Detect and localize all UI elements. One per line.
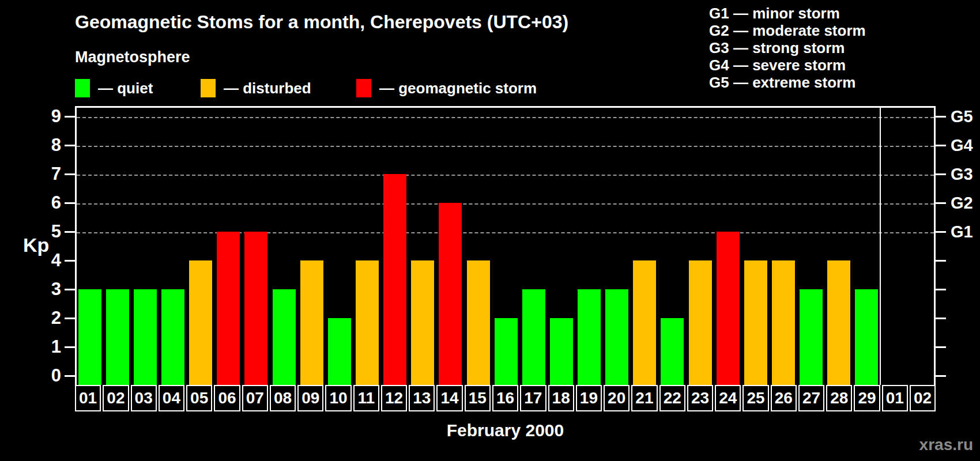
kp-bar-day-08	[273, 289, 296, 385]
day-label-feb-03: 03	[131, 385, 157, 411]
day-label-feb-02: 02	[103, 385, 129, 411]
day-label-row: 0102030405060708091011121314151617181920…	[75, 385, 936, 411]
g-scale-legend: G1 — minor stormG2 — moderate stormG3 — …	[709, 5, 866, 91]
day-label-feb-26: 26	[771, 385, 797, 411]
left-tick-kp-1	[65, 346, 75, 348]
kp-bar-day-19	[578, 289, 601, 385]
day-label-feb-27: 27	[798, 385, 824, 411]
day-label-feb-18: 18	[548, 385, 574, 411]
g-scale-legend-line: G3 — strong storm	[709, 39, 866, 56]
left-tick-kp-9	[65, 116, 75, 118]
left-tick-label-4: 4	[29, 251, 61, 270]
right-tick-kp-8	[936, 145, 946, 146]
day-label-feb-13: 13	[409, 385, 435, 411]
left-tick-label-0: 0	[29, 366, 61, 386]
gridline-kp-5	[77, 232, 934, 233]
day-label-feb-04: 04	[159, 385, 184, 411]
day-label-feb-21: 21	[631, 385, 657, 411]
day-label-feb-29: 29	[854, 385, 880, 411]
kp-bar-day-26	[772, 260, 795, 385]
g-scale-legend-line: G4 — severe storm	[709, 56, 866, 74]
day-label-feb-20: 20	[604, 385, 630, 411]
kp-bar-day-02	[106, 289, 129, 385]
legend-label-quiet: — quiet	[98, 80, 153, 97]
watermark: xras.ru	[919, 436, 973, 454]
kp-bar-day-10	[328, 318, 351, 385]
left-tick-label-7: 7	[29, 164, 61, 184]
right-tick-kp-3	[936, 289, 946, 290]
right-tick-kp-0	[936, 375, 946, 377]
kp-bar-day-01	[78, 289, 101, 385]
left-tick-label-2: 2	[29, 308, 61, 328]
day-label-feb-08: 08	[270, 385, 296, 411]
day-label-feb-23: 23	[687, 385, 713, 411]
chart-title: Geomagnetic Stoms for a month, Cherepove…	[75, 12, 568, 33]
day-label-feb-19: 19	[576, 385, 602, 411]
kp-bar-day-25	[744, 260, 767, 385]
day-label-feb-28: 28	[826, 385, 852, 411]
day-label-feb-22: 22	[659, 385, 685, 411]
right-tick-kp-5	[936, 231, 946, 233]
day-label-feb-17: 17	[520, 385, 546, 411]
g-scale-legend-line: G2 — moderate storm	[709, 22, 866, 39]
left-tick-kp-6	[65, 202, 75, 204]
day-label-mar-01: 01	[882, 385, 908, 411]
left-tick-label-5: 5	[29, 222, 61, 241]
quiet-color-swatch	[75, 79, 90, 97]
kp-bar-day-18	[550, 318, 573, 385]
right-tick-kp-7	[936, 173, 946, 175]
kp-bar-day-15	[467, 260, 490, 385]
left-tick-kp-7	[65, 173, 75, 175]
g-scale-legend-line: G1 — minor storm	[709, 5, 866, 22]
kp-bar-day-03	[134, 289, 157, 385]
day-label-feb-14: 14	[436, 385, 462, 411]
disturbed-color-swatch	[201, 79, 216, 97]
day-label-feb-06: 06	[214, 385, 240, 411]
left-tick-label-1: 1	[29, 337, 61, 357]
left-tick-kp-3	[65, 289, 75, 290]
kp-bar-day-11	[356, 260, 379, 385]
legend-label-storm: — geomagnetic storm	[379, 80, 537, 97]
day-label-feb-01: 01	[75, 385, 101, 411]
gridline-kp-7	[77, 175, 934, 176]
left-tick-kp-0	[65, 375, 75, 377]
kp-bar-day-22	[661, 318, 684, 385]
kp-bar-day-13	[411, 260, 434, 385]
right-tick-label-g1: G1	[951, 222, 973, 241]
magnetosphere-subtitle: Magnetosphere	[75, 48, 190, 66]
right-tick-kp-9	[936, 116, 946, 118]
kp-bar-day-21	[633, 260, 656, 385]
right-tick-kp-4	[936, 260, 946, 262]
kp-bar-day-14	[439, 203, 462, 385]
kp-bar-day-06	[217, 232, 240, 385]
day-label-feb-15: 15	[465, 385, 491, 411]
kp-bar-day-23	[689, 260, 712, 385]
legend-item-disturbed: — disturbed	[201, 78, 311, 98]
left-tick-label-3: 3	[29, 279, 61, 299]
left-tick-label-9: 9	[29, 107, 61, 126]
right-tick-label-g3: G3	[951, 164, 973, 184]
kp-bar-day-16	[495, 318, 518, 385]
left-tick-label-8: 8	[29, 135, 61, 155]
kp-bar-day-29	[855, 289, 878, 385]
g-scale-legend-line: G5 — extreme storm	[709, 74, 866, 91]
gridline-kp-6	[77, 203, 934, 205]
right-tick-label-g5: G5	[951, 107, 973, 126]
right-tick-label-g2: G2	[951, 193, 973, 213]
kp-bar-day-09	[300, 260, 323, 385]
left-tick-kp-5	[65, 231, 75, 233]
day-label-feb-05: 05	[186, 385, 212, 411]
day-label-feb-09: 09	[297, 385, 323, 411]
kp-bar-day-17	[522, 289, 545, 385]
kp-bar-day-05	[189, 260, 212, 385]
day-label-feb-11: 11	[353, 385, 379, 411]
kp-bar-day-24	[717, 232, 740, 385]
kp-bar-day-07	[244, 232, 267, 385]
day-label-mar-02: 02	[910, 385, 936, 411]
gridline-kp-8	[77, 146, 934, 147]
day-label-feb-16: 16	[492, 385, 518, 411]
storm-color-swatch	[356, 79, 371, 97]
kp-bar-day-12	[383, 174, 406, 385]
x-axis-title: February 2000	[75, 421, 936, 440]
left-tick-kp-4	[65, 260, 75, 262]
